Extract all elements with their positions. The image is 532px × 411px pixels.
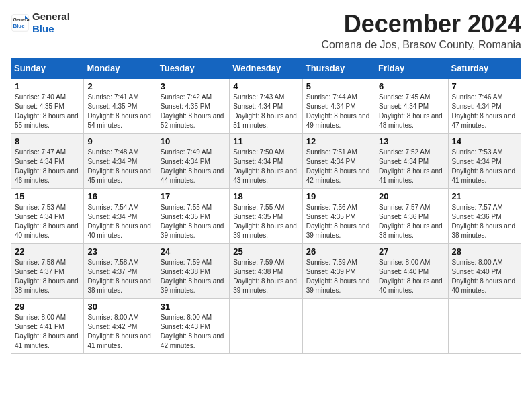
day-info: Sunrise: 7:44 AMSunset: 4:34 PMDaylight:…	[306, 93, 370, 129]
calendar-day-cell: 10 Sunrise: 7:49 AMSunset: 4:34 PMDaylig…	[157, 133, 229, 188]
calendar-day-cell: 23 Sunrise: 7:58 AMSunset: 4:37 PMDaylig…	[84, 243, 157, 298]
day-info: Sunrise: 7:46 AMSunset: 4:34 PMDaylight:…	[452, 93, 516, 129]
day-info: Sunrise: 7:40 AMSunset: 4:35 PMDaylight:…	[15, 93, 79, 129]
weekday-header-cell: Saturday	[448, 58, 521, 78]
weekday-header-cell: Wednesday	[230, 58, 302, 78]
logo-icon: General Blue	[11, 13, 30, 32]
logo: General Blue General Blue	[11, 11, 70, 35]
calendar-day-cell	[230, 298, 302, 353]
day-info: Sunrise: 7:49 AMSunset: 4:34 PMDaylight:…	[161, 148, 224, 184]
calendar-day-cell: 25 Sunrise: 7:59 AMSunset: 4:38 PMDaylig…	[230, 243, 302, 298]
day-number: 20	[379, 191, 444, 201]
day-info: Sunrise: 7:43 AMSunset: 4:34 PMDaylight:…	[233, 93, 297, 129]
calendar-day-cell: 3 Sunrise: 7:42 AMSunset: 4:35 PMDayligh…	[157, 78, 229, 133]
day-number: 22	[15, 246, 80, 257]
calendar-day-cell: 2 Sunrise: 7:41 AMSunset: 4:35 PMDayligh…	[84, 78, 157, 133]
calendar-day-cell: 26 Sunrise: 7:59 AMSunset: 4:39 PMDaylig…	[302, 243, 375, 298]
day-info: Sunrise: 7:54 AMSunset: 4:34 PMDaylight:…	[87, 203, 151, 239]
calendar-day-cell: 18 Sunrise: 7:55 AMSunset: 4:35 PMDaylig…	[230, 188, 302, 243]
calendar-table: SundayMondayTuesdayWednesdayThursdayFrid…	[11, 58, 521, 354]
day-number: 24	[161, 246, 226, 257]
day-info: Sunrise: 7:52 AMSunset: 4:34 PMDaylight:…	[379, 148, 443, 184]
calendar-day-cell: 14 Sunrise: 7:53 AMSunset: 4:34 PMDaylig…	[448, 133, 521, 188]
day-info: Sunrise: 7:57 AMSunset: 4:36 PMDaylight:…	[452, 203, 516, 239]
day-info: Sunrise: 7:47 AMSunset: 4:34 PMDaylight:…	[15, 148, 79, 184]
day-info: Sunrise: 7:42 AMSunset: 4:35 PMDaylight:…	[161, 93, 224, 129]
day-number: 28	[452, 246, 517, 257]
day-number: 21	[452, 191, 517, 201]
day-info: Sunrise: 7:53 AMSunset: 4:34 PMDaylight:…	[15, 203, 79, 239]
calendar-day-cell: 11 Sunrise: 7:50 AMSunset: 4:34 PMDaylig…	[230, 133, 302, 188]
calendar-day-cell: 1 Sunrise: 7:40 AMSunset: 4:35 PMDayligh…	[11, 78, 84, 133]
day-info: Sunrise: 8:00 AMSunset: 4:40 PMDaylight:…	[452, 259, 516, 294]
svg-text:Blue: Blue	[13, 23, 26, 29]
day-info: Sunrise: 8:00 AMSunset: 4:41 PMDaylight:…	[15, 314, 79, 349]
day-info: Sunrise: 7:55 AMSunset: 4:35 PMDaylight:…	[233, 203, 297, 239]
calendar-day-cell	[375, 298, 448, 353]
day-number: 13	[379, 136, 444, 146]
day-number: 26	[306, 246, 371, 257]
day-number: 27	[379, 246, 444, 257]
day-info: Sunrise: 7:59 AMSunset: 4:38 PMDaylight:…	[161, 259, 224, 294]
calendar-day-cell: 20 Sunrise: 7:57 AMSunset: 4:36 PMDaylig…	[375, 188, 448, 243]
day-number: 2	[87, 81, 152, 91]
calendar-day-cell: 5 Sunrise: 7:44 AMSunset: 4:34 PMDayligh…	[302, 78, 375, 133]
day-number: 19	[306, 191, 371, 201]
day-number: 8	[15, 136, 80, 146]
calendar-day-cell: 28 Sunrise: 8:00 AMSunset: 4:40 PMDaylig…	[448, 243, 521, 298]
calendar-day-cell: 19 Sunrise: 7:56 AMSunset: 4:35 PMDaylig…	[302, 188, 375, 243]
day-number: 7	[452, 81, 517, 91]
day-number: 17	[161, 191, 226, 201]
calendar-day-cell: 21 Sunrise: 7:57 AMSunset: 4:36 PMDaylig…	[448, 188, 521, 243]
day-number: 11	[233, 136, 298, 146]
location-title: Comana de Jos, Brasov County, Romania	[321, 39, 521, 51]
day-number: 1	[15, 81, 80, 91]
calendar-week-row: 22 Sunrise: 7:58 AMSunset: 4:37 PMDaylig…	[11, 243, 521, 298]
day-number: 29	[15, 302, 80, 312]
day-info: Sunrise: 7:57 AMSunset: 4:36 PMDaylight:…	[379, 203, 443, 239]
day-number: 23	[87, 246, 152, 257]
title-section: December 2024 Comana de Jos, Brasov Coun…	[321, 11, 521, 51]
calendar-day-cell: 27 Sunrise: 8:00 AMSunset: 4:40 PMDaylig…	[375, 243, 448, 298]
calendar-body: 1 Sunrise: 7:40 AMSunset: 4:35 PMDayligh…	[11, 78, 521, 353]
calendar-day-cell: 24 Sunrise: 7:59 AMSunset: 4:38 PMDaylig…	[157, 243, 229, 298]
weekday-header-cell: Friday	[375, 58, 448, 78]
calendar-day-cell: 6 Sunrise: 7:45 AMSunset: 4:34 PMDayligh…	[375, 78, 448, 133]
page-header: General Blue General Blue December 2024 …	[11, 11, 521, 51]
day-number: 15	[15, 191, 80, 201]
calendar-day-cell	[302, 298, 375, 353]
day-info: Sunrise: 7:59 AMSunset: 4:38 PMDaylight:…	[233, 259, 297, 294]
day-number: 18	[233, 191, 298, 201]
weekday-header-row: SundayMondayTuesdayWednesdayThursdayFrid…	[11, 58, 521, 78]
calendar-day-cell: 17 Sunrise: 7:55 AMSunset: 4:35 PMDaylig…	[157, 188, 229, 243]
day-info: Sunrise: 7:50 AMSunset: 4:34 PMDaylight:…	[233, 148, 297, 184]
day-info: Sunrise: 7:59 AMSunset: 4:39 PMDaylight:…	[306, 259, 370, 294]
day-number: 31	[161, 302, 226, 312]
calendar-day-cell: 9 Sunrise: 7:48 AMSunset: 4:34 PMDayligh…	[84, 133, 157, 188]
day-info: Sunrise: 7:55 AMSunset: 4:35 PMDaylight:…	[161, 203, 224, 239]
weekday-header-cell: Sunday	[11, 58, 84, 78]
calendar-day-cell: 16 Sunrise: 7:54 AMSunset: 4:34 PMDaylig…	[84, 188, 157, 243]
day-info: Sunrise: 7:56 AMSunset: 4:35 PMDaylight:…	[306, 203, 370, 239]
day-number: 4	[233, 81, 298, 91]
day-number: 12	[306, 136, 371, 146]
day-number: 9	[87, 136, 152, 146]
day-number: 14	[452, 136, 517, 146]
calendar-day-cell: 4 Sunrise: 7:43 AMSunset: 4:34 PMDayligh…	[230, 78, 302, 133]
weekday-header-cell: Tuesday	[157, 58, 229, 78]
calendar-day-cell: 30 Sunrise: 8:00 AMSunset: 4:42 PMDaylig…	[84, 298, 157, 353]
weekday-header-cell: Monday	[84, 58, 157, 78]
day-info: Sunrise: 7:41 AMSunset: 4:35 PMDaylight:…	[87, 93, 151, 129]
day-info: Sunrise: 7:51 AMSunset: 4:34 PMDaylight:…	[306, 148, 370, 184]
calendar-day-cell: 13 Sunrise: 7:52 AMSunset: 4:34 PMDaylig…	[375, 133, 448, 188]
calendar-week-row: 1 Sunrise: 7:40 AMSunset: 4:35 PMDayligh…	[11, 78, 521, 133]
calendar-day-cell: 31 Sunrise: 8:00 AMSunset: 4:43 PMDaylig…	[157, 298, 229, 353]
calendar-day-cell: 8 Sunrise: 7:47 AMSunset: 4:34 PMDayligh…	[11, 133, 84, 188]
day-info: Sunrise: 7:58 AMSunset: 4:37 PMDaylight:…	[87, 259, 151, 294]
day-number: 3	[161, 81, 226, 91]
calendar-week-row: 15 Sunrise: 7:53 AMSunset: 4:34 PMDaylig…	[11, 188, 521, 243]
day-info: Sunrise: 7:53 AMSunset: 4:34 PMDaylight:…	[452, 148, 516, 184]
calendar-day-cell: 29 Sunrise: 8:00 AMSunset: 4:41 PMDaylig…	[11, 298, 84, 353]
day-number: 25	[233, 246, 298, 257]
calendar-day-cell: 15 Sunrise: 7:53 AMSunset: 4:34 PMDaylig…	[11, 188, 84, 243]
